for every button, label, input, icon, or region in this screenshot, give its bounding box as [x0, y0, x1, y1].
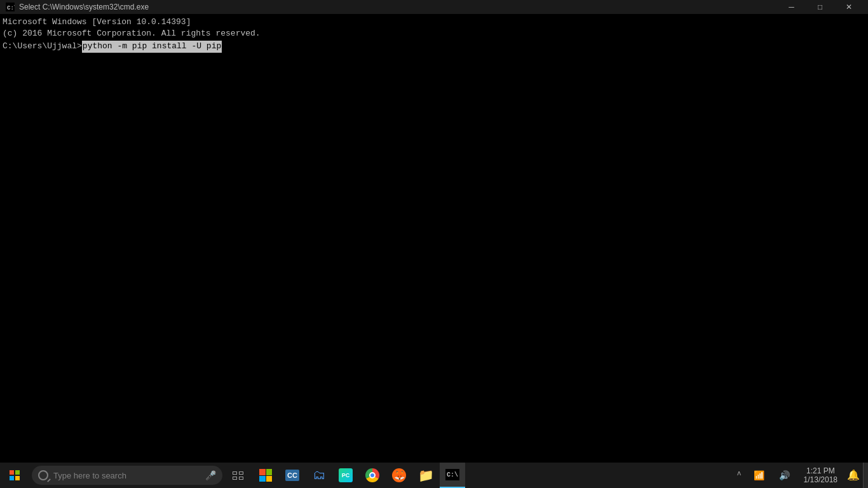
- cmd-button[interactable]: C:\: [440, 463, 465, 488]
- windows-icon: [10, 470, 20, 480]
- close-button[interactable]: ✕: [834, 0, 863, 14]
- file-explorer-button[interactable]: 🗂: [306, 463, 332, 488]
- notification-icon: 🔔: [847, 469, 860, 482]
- chrome-button[interactable]: [360, 463, 385, 488]
- cmd-line2: (c) 2016 Microsoft Corporation. All righ…: [3, 28, 865, 39]
- search-icon: [38, 470, 48, 480]
- microphone-icon: 🎤: [205, 470, 216, 481]
- start-button[interactable]: [0, 463, 29, 488]
- pycharm-button[interactable]: PC: [333, 463, 358, 488]
- cmd-prompt: C:\Users\Ujjwal>: [3, 41, 82, 52]
- search-placeholder: Type here to search: [53, 471, 203, 480]
- firefox-icon: 🦊: [392, 468, 406, 482]
- show-desktop-button[interactable]: [863, 463, 868, 488]
- time-display: 1:21 PM: [806, 466, 835, 475]
- captions-icon: CC: [285, 470, 299, 481]
- captions-button[interactable]: CC: [280, 463, 305, 488]
- cmd-terminal[interactable]: Microsoft Windows [Version 10.0.14393] (…: [0, 14, 868, 463]
- cmd-prompt-line: C:\Users\Ujjwal>python -m pip install -U…: [3, 41, 865, 52]
- titlebar: C:\ Select C:\Windows\system32\cmd.exe ─…: [0, 0, 868, 14]
- file-explorer-icon: 🗂: [313, 468, 325, 483]
- task-view-icon: [233, 471, 243, 480]
- pycharm-icon: PC: [339, 468, 353, 482]
- firefox-button[interactable]: 🦊: [386, 463, 412, 488]
- task-view-button[interactable]: [225, 463, 250, 488]
- cmd-command: python -m pip install -U pip: [82, 41, 222, 52]
- store-icon: [259, 469, 272, 482]
- tray-chevron-icon: ^: [736, 471, 741, 480]
- chrome-icon: [365, 468, 379, 482]
- files-icon: 📁: [418, 468, 434, 484]
- window-controls: ─ □ ✕: [777, 0, 863, 14]
- clock-area[interactable]: 1:21 PM 1/13/2018: [797, 463, 844, 488]
- cmd-icon: C:\: [5, 2, 15, 12]
- network-icon: 📶: [754, 470, 764, 481]
- search-bar[interactable]: Type here to search 🎤: [32, 466, 222, 485]
- taskbar: Type here to search 🎤 CC: [0, 463, 868, 488]
- svg-text:C:\: C:\: [7, 5, 15, 11]
- volume-icon: 🔊: [779, 470, 790, 481]
- cmd-taskbar-icon: C:\: [445, 469, 459, 480]
- volume-button[interactable]: 🔊: [772, 463, 797, 488]
- maximize-button[interactable]: □: [806, 0, 834, 14]
- files-button[interactable]: 📁: [413, 463, 438, 488]
- minimize-button[interactable]: ─: [777, 0, 806, 14]
- date-display: 1/13/2018: [804, 475, 837, 484]
- cmd-line1: Microsoft Windows [Version 10.0.14393]: [3, 17, 865, 28]
- notification-button[interactable]: 🔔: [844, 463, 863, 488]
- window-title: Select C:\Windows\system32\cmd.exe: [19, 3, 777, 11]
- system-tray[interactable]: ^: [731, 463, 746, 488]
- network-button[interactable]: 📶: [747, 463, 772, 488]
- taskbar-right: ^ 📶 🔊 1:21 PM 1/13/2018 🔔: [731, 463, 868, 488]
- taskbar-apps: CC 🗂 PC 🦊 📁 C:\: [253, 463, 465, 488]
- store-button[interactable]: [253, 463, 278, 488]
